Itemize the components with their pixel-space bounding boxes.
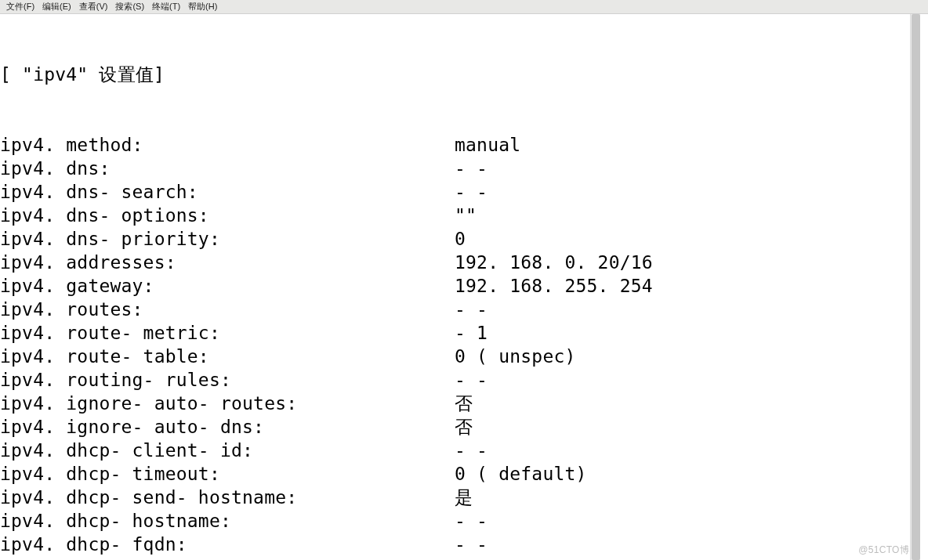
menu-help[interactable]: 帮助(H) [187,1,219,13]
property-value: - - [455,298,920,321]
property-value: manual [455,133,920,157]
property-key: ipv4. dhcp- timeout: [0,462,455,486]
property-key: ipv4. routing- rules: [0,368,455,392]
property-row: ipv4. routes:- - [0,298,920,321]
property-row: ipv4. ignore- auto- dns:否 [0,415,920,439]
watermark-text: @51CTO博 [858,544,909,557]
property-value: 192. 168. 0. 20/16 [455,251,920,274]
property-value: - - [455,439,920,462]
property-row: ipv4. routing- rules:- - [0,368,920,392]
property-key: ipv4. dns: [0,157,455,180]
property-key: ipv4. routes: [0,298,455,321]
property-row: ipv4. route- metric:- 1 [0,321,920,345]
property-key: ipv4. route- table: [0,345,455,368]
property-row: ipv4. dns- priority:0 [0,227,920,251]
property-key: ipv4. ignore- auto- dns: [0,415,455,439]
property-key: ipv4. addresses: [0,251,455,274]
property-row: ipv4. dhcp- client- id:- - [0,439,920,462]
property-row: ipv4. dhcp- send- hostname:是 [0,486,920,509]
property-row: ipv4. gateway:192. 168. 255. 254 [0,274,920,298]
property-value: - - [455,180,920,204]
property-key: ipv4. gateway: [0,274,455,298]
property-value: 否 [455,556,920,560]
section-header: [ "ipv4" 设置值] [0,63,920,86]
property-value: - - [455,533,920,556]
menu-view[interactable]: 查看(V) [78,1,110,13]
property-value: - 1 [455,321,920,345]
property-key: ipv4. dhcp- client- id: [0,439,455,462]
property-value: "" [455,204,920,227]
property-key: ipv4. dhcp- send- hostname: [0,486,455,509]
terminal-window: [ "ipv4" 设置值] ipv4. method:manualipv4. d… [0,14,928,560]
property-value: 0 ( unspec) [455,345,920,368]
property-key: ipv4. ignore- auto- routes: [0,392,455,415]
property-key: ipv4. dns- options: [0,204,455,227]
property-key: ipv4. dhcp- fqdn: [0,533,455,556]
property-key: ipv4. dns- search: [0,180,455,204]
property-key: ipv4. never- default: [0,556,455,560]
menu-file[interactable]: 文件(F) [5,1,36,13]
property-key: ipv4. dns- priority: [0,227,455,251]
property-row: ipv4. ignore- auto- routes:否 [0,392,920,415]
property-value: 是 [455,486,920,509]
property-value: 否 [455,392,920,415]
menubar: 文件(F) 编辑(E) 查看(V) 搜索(S) 终端(T) 帮助(H) [0,0,928,14]
property-key: ipv4. route- metric: [0,321,455,345]
property-row: ipv4. dns- options:"" [0,204,920,227]
property-key: ipv4. dhcp- hostname: [0,509,455,533]
property-row: ipv4. addresses:192. 168. 0. 20/16 [0,251,920,274]
menu-search[interactable]: 搜索(S) [114,1,146,13]
property-key: ipv4. method: [0,133,455,157]
property-row: ipv4. dhcp- fqdn:- - [0,533,920,556]
property-row: ipv4. dhcp- hostname:- - [0,509,920,533]
terminal-content[interactable]: [ "ipv4" 设置值] ipv4. method:manualipv4. d… [0,14,920,560]
menu-edit[interactable]: 编辑(E) [41,1,73,13]
menu-terminal[interactable]: 终端(T) [150,1,182,13]
property-value: 192. 168. 255. 254 [455,274,920,298]
property-row: ipv4. dns:- - [0,157,920,180]
property-row: ipv4. never- default:否 [0,556,920,560]
property-row: ipv4. dhcp- timeout:0 ( default) [0,462,920,486]
property-value: - - [455,509,920,533]
property-value: - - [455,368,920,392]
property-row: ipv4. route- table:0 ( unspec) [0,345,920,368]
property-row: ipv4. method:manual [0,133,920,157]
property-value: - - [455,157,920,180]
property-row: ipv4. dns- search:- - [0,180,920,204]
scrollbar-track[interactable] [910,14,920,560]
property-value: 否 [455,415,920,439]
property-value: 0 [455,227,920,251]
scrollbar-thumb[interactable] [912,14,920,560]
property-value: 0 ( default) [455,462,920,486]
